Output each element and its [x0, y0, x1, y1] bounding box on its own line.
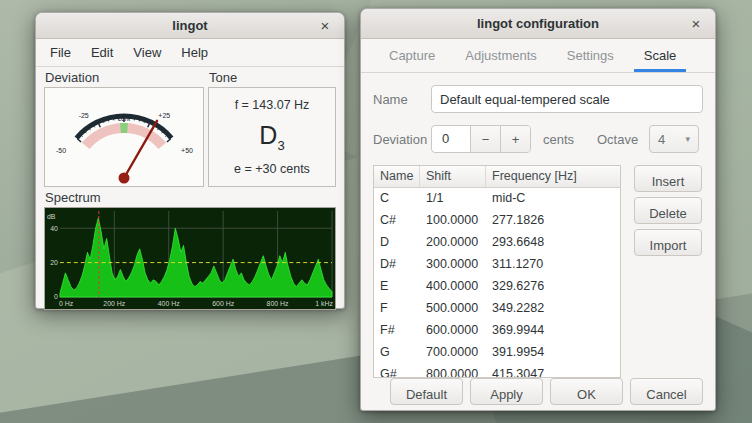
menu-help[interactable]: Help	[172, 42, 217, 63]
table-buttons: Insert Delete Import	[634, 165, 702, 378]
dialog-title: lingot configuration	[477, 16, 599, 31]
octave-dropdown[interactable]: 4 ▾	[649, 125, 699, 153]
table-cell: E	[374, 276, 420, 298]
table-row[interactable]: D200.0000293.6648	[374, 232, 620, 254]
dialog-titlebar[interactable]: lingot configuration ×	[361, 9, 715, 39]
scale-table[interactable]: Name Shift Frequency [Hz] C1/1mid-CC#100…	[373, 165, 621, 378]
deviation-frame: Deviation -50-25+25+50cent	[44, 69, 204, 187]
name-label: Name	[373, 92, 431, 107]
spectrum-plot: dB402000 Hz200 Hz400 Hz600 Hz800 Hz1 kHz	[45, 208, 335, 309]
table-row[interactable]: G700.0000391.9954	[374, 342, 620, 364]
table-cell: 415.3047	[486, 364, 620, 378]
svg-text:cent: cent	[118, 115, 130, 122]
table-cell: 800.0000	[420, 364, 486, 378]
cancel-button[interactable]: Cancel	[630, 378, 703, 405]
menu-edit[interactable]: Edit	[82, 42, 122, 63]
svg-text:-25: -25	[79, 112, 89, 119]
table-cell: C#	[374, 210, 420, 232]
table-cell: 300.0000	[420, 254, 486, 276]
column-header-frequency[interactable]: Frequency [Hz]	[486, 166, 620, 187]
close-icon[interactable]: ×	[315, 16, 335, 36]
table-cell: mid-C	[486, 188, 620, 210]
spectrum-frame: Spectrum dB402000 Hz200 Hz400 Hz600 Hz80…	[44, 189, 336, 310]
tone-area: f = 143.07 Hz D3 e = +30 cents	[208, 87, 336, 187]
lingot-main-window: lingot × File Edit View Help Deviation -…	[35, 12, 345, 309]
svg-text:40: 40	[50, 225, 58, 232]
table-cell: 369.9944	[486, 320, 620, 342]
svg-text:+50: +50	[181, 147, 193, 154]
deviation-value: 0	[432, 126, 470, 152]
main-window-title: lingot	[172, 18, 207, 33]
insert-button[interactable]: Insert	[634, 165, 702, 192]
menubar: File Edit View Help	[36, 39, 344, 67]
apply-button[interactable]: Apply	[470, 378, 543, 405]
spectrum-area: dB402000 Hz200 Hz400 Hz600 Hz800 Hz1 kHz	[44, 207, 336, 310]
tab-settings[interactable]: Settings	[557, 39, 624, 72]
import-button[interactable]: Import	[634, 229, 702, 256]
spectrum-frame-label: Spectrum	[44, 189, 336, 207]
svg-text:-50: -50	[56, 147, 66, 154]
lingot-configuration-dialog: lingot configuration × Capture Adjustmen…	[360, 8, 716, 411]
table-row[interactable]: G#800.0000415.3047	[374, 364, 620, 378]
table-cell: D#	[374, 254, 420, 276]
tone-frame: Tone f = 143.07 Hz D3 e = +30 cents	[208, 69, 336, 187]
table-cell: F	[374, 298, 420, 320]
note-readout: D3	[259, 121, 284, 153]
dialog-action-buttons: Default Apply OK Cancel	[373, 378, 703, 406]
tab-adjustments[interactable]: Adjustments	[455, 39, 547, 72]
table-cell: 500.0000	[420, 298, 486, 320]
dialog-content: Name Deviation 0 − + cents Octave 4 ▾ Na…	[361, 73, 715, 405]
svg-text:800 Hz: 800 Hz	[267, 300, 290, 307]
table-row[interactable]: F#600.0000369.9944	[374, 320, 620, 342]
table-cell: 391.9954	[486, 342, 620, 364]
table-cell: 600.0000	[420, 320, 486, 342]
table-row[interactable]: D#300.0000311.1270	[374, 254, 620, 276]
svg-text:0: 0	[54, 293, 58, 300]
svg-text:1 kHz: 1 kHz	[315, 300, 333, 307]
table-cell: G#	[374, 364, 420, 378]
svg-text:400 Hz: 400 Hz	[158, 300, 181, 307]
table-row[interactable]: E400.0000329.6276	[374, 276, 620, 298]
note-name: D	[259, 121, 277, 149]
frequency-readout: f = 143.07 Hz	[235, 98, 310, 112]
svg-text:dB: dB	[47, 213, 56, 220]
table-row[interactable]: F500.0000349.2282	[374, 298, 620, 320]
table-cell: 277.1826	[486, 210, 620, 232]
table-cell: 1/1	[420, 188, 486, 210]
svg-text:200 Hz: 200 Hz	[103, 300, 126, 307]
column-header-name[interactable]: Name	[374, 166, 420, 187]
main-content: Deviation -50-25+25+50cent Tone f = 143.…	[36, 67, 344, 318]
scale-name-input[interactable]	[431, 85, 703, 113]
svg-text:0 Hz: 0 Hz	[59, 300, 74, 307]
tab-capture[interactable]: Capture	[379, 39, 445, 72]
config-tabs: Capture Adjustments Settings Scale	[361, 39, 715, 73]
deviation-spinbox[interactable]: 0 − +	[431, 125, 531, 153]
menu-view[interactable]: View	[124, 42, 170, 63]
table-cell: D	[374, 232, 420, 254]
table-cell: 200.0000	[420, 232, 486, 254]
svg-text:600 Hz: 600 Hz	[212, 300, 235, 307]
close-icon[interactable]: ×	[686, 14, 706, 34]
cents-label: cents	[543, 132, 579, 147]
table-cell: 293.6648	[486, 232, 620, 254]
tone-frame-label: Tone	[208, 69, 336, 87]
menu-file[interactable]: File	[41, 42, 80, 63]
table-cell: 400.0000	[420, 276, 486, 298]
tab-scale[interactable]: Scale	[634, 39, 687, 72]
spin-plus-button[interactable]: +	[500, 126, 530, 152]
table-row[interactable]: C#100.0000277.1826	[374, 210, 620, 232]
column-header-shift[interactable]: Shift	[420, 166, 486, 187]
table-cell: 100.0000	[420, 210, 486, 232]
spin-minus-button[interactable]: −	[470, 126, 500, 152]
ok-button[interactable]: OK	[550, 378, 623, 405]
table-cell: 311.1270	[486, 254, 620, 276]
main-titlebar[interactable]: lingot ×	[36, 13, 344, 39]
default-button[interactable]: Default	[390, 378, 463, 405]
table-cell: C	[374, 188, 420, 210]
table-cell: 349.2282	[486, 298, 620, 320]
table-row[interactable]: C1/1mid-C	[374, 188, 620, 210]
octave-label: Octave	[597, 132, 641, 147]
delete-button[interactable]: Delete	[634, 197, 702, 224]
svg-text:+25: +25	[158, 112, 170, 119]
deviation-label: Deviation	[373, 132, 431, 147]
